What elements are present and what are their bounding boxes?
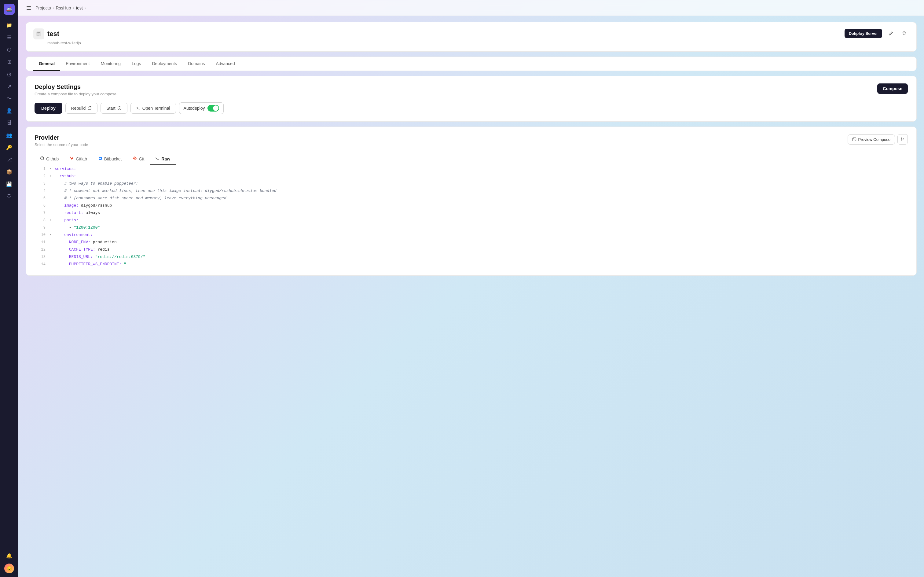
logo-icon: 🚢: [6, 6, 12, 12]
main-container: Projects › RssHub › test ›: [18, 0, 924, 577]
avatar[interactable]: 😊: [4, 564, 14, 573]
breadcrumb-sep-1: ›: [53, 6, 54, 10]
tabs-card: General Environment Monitoring Logs Depl…: [26, 56, 917, 71]
deploy-settings-title: Deploy Settings: [35, 84, 116, 90]
deploy-settings-header: Deploy Settings Create a compose file to…: [35, 84, 908, 96]
svg-point-9: [901, 138, 902, 139]
sidebar-item-users[interactable]: 👥: [4, 130, 14, 140]
code-line-12: 12 CACHE_TYPE: redis: [35, 246, 908, 253]
svg-rect-6: [37, 35, 39, 35]
sidebar-item-user[interactable]: 👤: [4, 105, 14, 116]
breadcrumb-sep-2: ›: [73, 6, 74, 10]
breadcrumb-projects[interactable]: Projects: [35, 5, 51, 10]
breadcrumb-rsshub[interactable]: RssHub: [56, 5, 71, 10]
bitbucket-icon: [98, 156, 102, 161]
sidebar-toggle-button[interactable]: [24, 4, 33, 12]
provider-tab-bitbucket[interactable]: Bitbucket: [93, 153, 127, 165]
code-editor: 1 ▾ services: 2 ▾ rsshub: 3 # two ways t…: [35, 165, 908, 268]
svg-point-10: [901, 140, 902, 141]
preview-compose-label: Preview Compose: [858, 137, 891, 142]
provider-title: Provider: [35, 134, 88, 141]
provider-tab-gitlab[interactable]: Gitlab: [64, 153, 93, 165]
autodeploy-switch[interactable]: [208, 105, 219, 111]
provider-card: Provider Select the source of your code …: [26, 127, 917, 276]
tab-environment[interactable]: Environment: [60, 57, 95, 71]
sidebar-item-folder[interactable]: 📁: [4, 19, 14, 31]
topbar: Projects › RssHub › test ›: [18, 0, 924, 16]
code-line-10: 10 ▾ environment:: [35, 231, 908, 239]
compose-button[interactable]: Compose: [877, 84, 908, 94]
rebuild-label: Rebuild: [71, 106, 85, 111]
sidebar-item-database[interactable]: 🗄: [4, 118, 14, 128]
content-area: test rsshub-test-w1edjo Dokploy Server: [18, 16, 924, 577]
open-terminal-button[interactable]: Open Terminal: [130, 103, 176, 114]
tab-monitoring[interactable]: Monitoring: [95, 57, 126, 71]
sidebar-item-list[interactable]: ☰: [4, 32, 14, 43]
tab-advanced[interactable]: Advanced: [210, 57, 240, 71]
server-button[interactable]: Dokploy Server: [845, 29, 882, 38]
sidebar-item-redirect[interactable]: ↗: [4, 81, 14, 92]
deploy-button[interactable]: Deploy: [35, 103, 62, 114]
tab-general[interactable]: General: [33, 57, 60, 71]
breadcrumb-sep-3: ›: [85, 6, 86, 10]
code-line-9: 9 - "1200:1200": [35, 224, 908, 231]
service-icon: [33, 28, 44, 39]
gitlab-icon: [70, 156, 74, 161]
sidebar-item-package[interactable]: 📦: [4, 166, 14, 177]
github-icon: [40, 156, 44, 161]
action-buttons: Deploy Rebuild Start: [35, 102, 908, 114]
code-line-7: 7 restart: always: [35, 210, 908, 217]
sidebar-item-git[interactable]: ⎇: [4, 154, 14, 165]
tab-logs[interactable]: Logs: [126, 57, 146, 71]
code-line-3: 3 # two ways to enable puppeteer:: [35, 180, 908, 187]
breadcrumb: Projects › RssHub › test ›: [35, 5, 86, 10]
start-button[interactable]: Start: [101, 103, 127, 114]
service-info: test rsshub-test-w1edjo: [33, 28, 81, 45]
sidebar-item-bell[interactable]: 🔔: [4, 550, 14, 561]
header-actions: Dokploy Server: [845, 28, 909, 38]
preview-compose-button[interactable]: Preview Compose: [848, 134, 895, 145]
git-branch-button[interactable]: [897, 134, 908, 145]
service-name: test: [47, 30, 59, 38]
provider-tab-raw[interactable]: Raw: [150, 153, 176, 165]
sidebar-item-stack[interactable]: ⬡: [4, 44, 14, 55]
sidebar-item-clock[interactable]: ◷: [4, 68, 14, 79]
code-line-13: 13 REDIS_URL: "redis://redis:6379/": [35, 253, 908, 261]
service-title: test: [33, 28, 81, 39]
sidebar-item-activity[interactable]: 〜: [4, 93, 14, 104]
sidebar-logo[interactable]: 🚢: [4, 4, 14, 15]
provider-info: Provider Select the source of your code: [35, 134, 88, 147]
code-line-4: 4 # * comment out marked lines, then use…: [35, 187, 908, 195]
provider-subtitle: Select the source of your code: [35, 142, 88, 147]
tab-domains[interactable]: Domains: [182, 57, 210, 71]
breadcrumb-test: test: [76, 5, 83, 10]
start-label: Start: [106, 106, 116, 111]
autodeploy-label: Autodeploy: [184, 106, 205, 111]
svg-rect-4: [37, 32, 40, 33]
sidebar-item-shield[interactable]: 🛡: [4, 191, 14, 202]
code-line-11: 11 NODE_ENV: production: [35, 239, 908, 246]
code-line-5: 5 # * (consumes more disk space and memo…: [35, 195, 908, 202]
svg-rect-5: [37, 34, 39, 34]
sidebar-item-storage[interactable]: 💾: [4, 179, 14, 190]
sidebar-item-chart[interactable]: ⊞: [4, 56, 14, 67]
service-slug: rsshub-test-w1edjo: [47, 41, 81, 45]
deploy-settings-info: Deploy Settings Create a compose file to…: [35, 84, 116, 96]
code-line-2: 2 ▾ rsshub:: [35, 172, 908, 180]
code-line-6: 6 image: diygod/rsshub: [35, 202, 908, 210]
code-line-14: 14 PUPPETEER_WS_ENDPOINT: "...: [35, 261, 908, 268]
deploy-settings-card: Deploy Settings Create a compose file to…: [26, 76, 917, 122]
provider-tabs: Github Gitlab: [35, 153, 908, 165]
sidebar-item-key[interactable]: 🔑: [4, 142, 14, 153]
svg-rect-2: [27, 9, 31, 10]
provider-tab-git[interactable]: Git: [127, 153, 150, 165]
sidebar: 🚢 📁 ☰ ⬡ ⊞ ◷ ↗ 〜 👤 🗄 👥 🔑 ⎇ 📦 💾 🛡 🔔 😊: [0, 0, 18, 577]
terminal-label: Open Terminal: [142, 106, 170, 111]
edit-button[interactable]: [886, 28, 896, 38]
rebuild-button[interactable]: Rebuild: [65, 103, 97, 114]
tab-deployments[interactable]: Deployments: [146, 57, 182, 71]
delete-button[interactable]: [899, 28, 909, 38]
provider-tab-github[interactable]: Github: [35, 153, 64, 165]
code-line-1: 1 ▾ services:: [35, 165, 908, 172]
autodeploy-toggle[interactable]: Autodeploy: [179, 102, 224, 114]
